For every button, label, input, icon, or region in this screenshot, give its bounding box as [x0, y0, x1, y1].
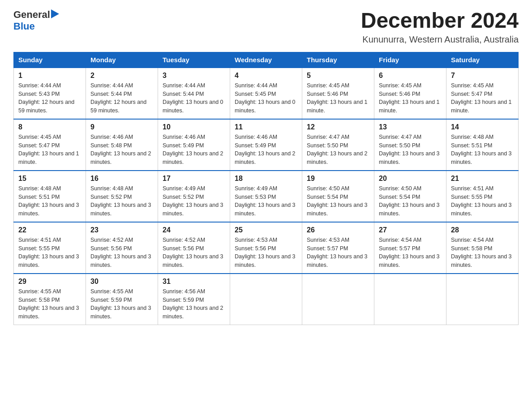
day-info: Sunrise: 4:53 AMSunset: 5:57 PMDaylight:…	[307, 237, 368, 268]
day-info: Sunrise: 4:53 AMSunset: 5:56 PMDaylight:…	[235, 237, 296, 268]
day-info: Sunrise: 4:55 AMSunset: 5:58 PMDaylight:…	[18, 288, 79, 320]
day-number: 21	[451, 175, 514, 183]
calendar-cell: 24 Sunrise: 4:52 AMSunset: 5:56 PMDaylig…	[158, 222, 230, 274]
calendar-cell: 2 Sunrise: 4:44 AMSunset: 5:44 PMDayligh…	[86, 68, 158, 119]
calendar-cell: 27 Sunrise: 4:54 AMSunset: 5:57 PMDaylig…	[374, 222, 446, 274]
day-info: Sunrise: 4:52 AMSunset: 5:56 PMDaylight:…	[90, 237, 151, 268]
day-info: Sunrise: 4:45 AMSunset: 5:46 PMDaylight:…	[379, 82, 440, 114]
page-header: General Blue December 2024 Kununurra, We…	[13, 9, 519, 45]
day-info: Sunrise: 4:50 AMSunset: 5:54 PMDaylight:…	[307, 185, 368, 217]
calendar-cell: 6 Sunrise: 4:45 AMSunset: 5:46 PMDayligh…	[374, 68, 446, 119]
logo-general-text: General	[13, 9, 50, 21]
calendar-cell: 21 Sunrise: 4:51 AMSunset: 5:55 PMDaylig…	[446, 171, 519, 222]
calendar-cell: 26 Sunrise: 4:53 AMSunset: 5:57 PMDaylig…	[302, 222, 374, 274]
calendar-table: SundayMondayTuesdayWednesdayThursdayFrid…	[13, 52, 519, 325]
calendar-cell: 31 Sunrise: 4:56 AMSunset: 5:59 PMDaylig…	[158, 274, 230, 325]
header-cell-sunday: Sunday	[14, 52, 86, 68]
day-info: Sunrise: 4:47 AMSunset: 5:50 PMDaylight:…	[307, 134, 368, 165]
day-number: 28	[451, 226, 514, 234]
svg-marker-0	[51, 9, 59, 18]
calendar-cell: 20 Sunrise: 4:50 AMSunset: 5:54 PMDaylig…	[374, 171, 446, 222]
day-info: Sunrise: 4:48 AMSunset: 5:52 PMDaylight:…	[90, 185, 151, 217]
calendar-cell: 15 Sunrise: 4:48 AMSunset: 5:51 PMDaylig…	[14, 171, 86, 222]
week-row-2: 8 Sunrise: 4:45 AMSunset: 5:47 PMDayligh…	[14, 119, 519, 171]
calendar-cell: 16 Sunrise: 4:48 AMSunset: 5:52 PMDaylig…	[86, 171, 158, 222]
day-info: Sunrise: 4:47 AMSunset: 5:50 PMDaylight:…	[379, 134, 440, 165]
calendar-cell: 12 Sunrise: 4:47 AMSunset: 5:50 PMDaylig…	[302, 119, 374, 171]
calendar-cell: 1 Sunrise: 4:44 AMSunset: 5:43 PMDayligh…	[14, 68, 86, 119]
day-info: Sunrise: 4:54 AMSunset: 5:57 PMDaylight:…	[379, 237, 440, 268]
day-info: Sunrise: 4:55 AMSunset: 5:59 PMDaylight:…	[90, 288, 151, 320]
logo-arrow-icon	[51, 9, 59, 18]
calendar-body: 1 Sunrise: 4:44 AMSunset: 5:43 PMDayligh…	[14, 68, 519, 325]
day-info: Sunrise: 4:46 AMSunset: 5:49 PMDaylight:…	[235, 134, 296, 165]
day-number: 16	[90, 175, 153, 183]
calendar-cell: 29 Sunrise: 4:55 AMSunset: 5:58 PMDaylig…	[14, 274, 86, 325]
day-number: 29	[18, 278, 81, 286]
day-info: Sunrise: 4:44 AMSunset: 5:43 PMDaylight:…	[18, 82, 74, 114]
day-info: Sunrise: 4:44 AMSunset: 5:44 PMDaylight:…	[90, 82, 146, 114]
calendar-cell: 18 Sunrise: 4:49 AMSunset: 5:53 PMDaylig…	[230, 171, 302, 222]
day-info: Sunrise: 4:48 AMSunset: 5:51 PMDaylight:…	[451, 134, 512, 165]
day-number: 2	[90, 72, 153, 80]
day-info: Sunrise: 4:56 AMSunset: 5:59 PMDaylight:…	[163, 288, 223, 320]
day-info: Sunrise: 4:46 AMSunset: 5:49 PMDaylight:…	[163, 134, 223, 165]
day-number: 6	[379, 72, 442, 80]
calendar-cell: 23 Sunrise: 4:52 AMSunset: 5:56 PMDaylig…	[86, 222, 158, 274]
day-info: Sunrise: 4:54 AMSunset: 5:58 PMDaylight:…	[451, 237, 512, 268]
calendar-header: SundayMondayTuesdayWednesdayThursdayFrid…	[14, 52, 519, 68]
header-cell-monday: Monday	[86, 52, 158, 68]
calendar-cell: 13 Sunrise: 4:47 AMSunset: 5:50 PMDaylig…	[374, 119, 446, 171]
calendar-cell: 4 Sunrise: 4:44 AMSunset: 5:45 PMDayligh…	[230, 68, 302, 119]
logo: General Blue	[13, 9, 59, 32]
day-info: Sunrise: 4:51 AMSunset: 5:55 PMDaylight:…	[451, 185, 512, 217]
header-cell-thursday: Thursday	[302, 52, 374, 68]
day-info: Sunrise: 4:49 AMSunset: 5:53 PMDaylight:…	[235, 185, 296, 217]
calendar-cell	[446, 274, 519, 325]
day-number: 10	[163, 123, 225, 131]
header-row: SundayMondayTuesdayWednesdayThursdayFrid…	[14, 52, 519, 68]
day-number: 20	[379, 175, 442, 183]
logo-blue-text: Blue	[13, 21, 59, 32]
calendar-cell: 5 Sunrise: 4:45 AMSunset: 5:46 PMDayligh…	[302, 68, 374, 119]
calendar-cell	[230, 274, 302, 325]
month-title: December 2024	[361, 9, 519, 33]
calendar-cell: 8 Sunrise: 4:45 AMSunset: 5:47 PMDayligh…	[14, 119, 86, 171]
calendar-cell: 9 Sunrise: 4:46 AMSunset: 5:48 PMDayligh…	[86, 119, 158, 171]
day-info: Sunrise: 4:49 AMSunset: 5:52 PMDaylight:…	[163, 185, 223, 217]
day-number: 30	[90, 278, 153, 286]
day-number: 12	[307, 123, 369, 131]
calendar-cell: 25 Sunrise: 4:53 AMSunset: 5:56 PMDaylig…	[230, 222, 302, 274]
calendar-cell: 3 Sunrise: 4:44 AMSunset: 5:44 PMDayligh…	[158, 68, 230, 119]
day-info: Sunrise: 4:44 AMSunset: 5:45 PMDaylight:…	[235, 82, 296, 114]
day-number: 22	[18, 226, 81, 234]
week-row-3: 15 Sunrise: 4:48 AMSunset: 5:51 PMDaylig…	[14, 171, 519, 222]
day-number: 4	[235, 72, 297, 80]
week-row-4: 22 Sunrise: 4:51 AMSunset: 5:55 PMDaylig…	[14, 222, 519, 274]
day-number: 14	[451, 123, 514, 131]
day-info: Sunrise: 4:45 AMSunset: 5:47 PMDaylight:…	[451, 82, 512, 114]
header-cell-wednesday: Wednesday	[230, 52, 302, 68]
day-number: 11	[235, 123, 297, 131]
day-info: Sunrise: 4:45 AMSunset: 5:46 PMDaylight:…	[307, 82, 368, 114]
day-info: Sunrise: 4:46 AMSunset: 5:48 PMDaylight:…	[90, 134, 151, 165]
day-number: 17	[163, 175, 225, 183]
calendar-cell: 14 Sunrise: 4:48 AMSunset: 5:51 PMDaylig…	[446, 119, 519, 171]
header-cell-tuesday: Tuesday	[158, 52, 230, 68]
header-cell-friday: Friday	[374, 52, 446, 68]
day-info: Sunrise: 4:52 AMSunset: 5:56 PMDaylight:…	[163, 237, 223, 268]
day-info: Sunrise: 4:44 AMSunset: 5:44 PMDaylight:…	[163, 82, 223, 114]
calendar-cell: 7 Sunrise: 4:45 AMSunset: 5:47 PMDayligh…	[446, 68, 519, 119]
day-info: Sunrise: 4:45 AMSunset: 5:47 PMDaylight:…	[18, 134, 79, 165]
day-number: 27	[379, 226, 442, 234]
calendar-cell: 30 Sunrise: 4:55 AMSunset: 5:59 PMDaylig…	[86, 274, 158, 325]
calendar-cell: 17 Sunrise: 4:49 AMSunset: 5:52 PMDaylig…	[158, 171, 230, 222]
calendar-cell	[374, 274, 446, 325]
calendar-cell	[302, 274, 374, 325]
day-number: 5	[307, 72, 369, 80]
day-number: 8	[18, 123, 81, 131]
calendar-cell: 19 Sunrise: 4:50 AMSunset: 5:54 PMDaylig…	[302, 171, 374, 222]
day-number: 31	[163, 278, 225, 286]
day-number: 25	[235, 226, 297, 234]
calendar-cell: 10 Sunrise: 4:46 AMSunset: 5:49 PMDaylig…	[158, 119, 230, 171]
